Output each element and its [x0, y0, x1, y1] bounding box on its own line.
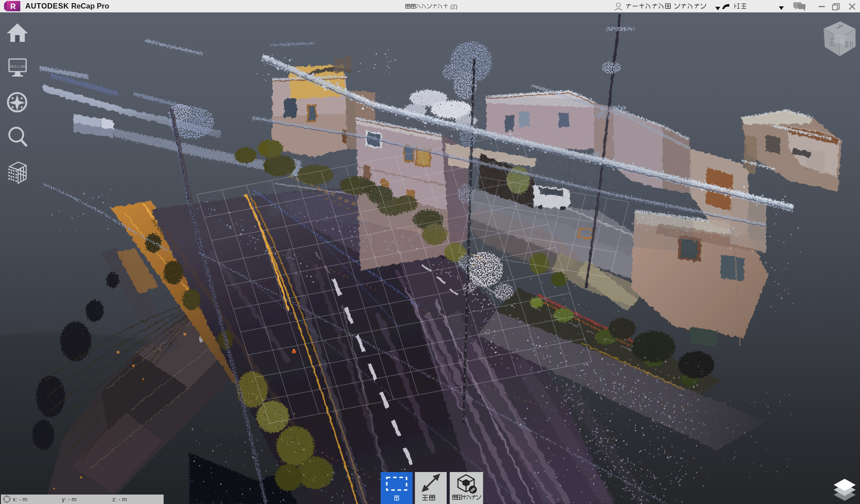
svg-text:R: R: [10, 2, 16, 11]
svg-text:(2): (2): [450, 3, 457, 10]
svg-text:26.0.1.190: 26.0.1.190: [9, 64, 25, 68]
svg-text:ReCap Pro: ReCap Pro: [71, 2, 109, 10]
svg-text:z: - m: z: - m: [112, 496, 127, 503]
svg-text:AUTODESK: AUTODESK: [25, 2, 69, 10]
svg-text:x: - m: x: - m: [13, 496, 27, 503]
svg-text:y: - m: y: - m: [62, 496, 77, 503]
